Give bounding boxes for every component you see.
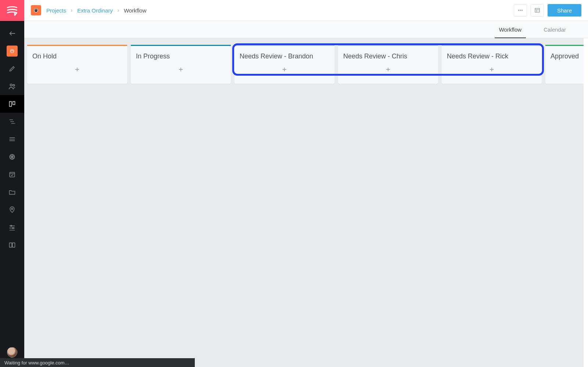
workflow-column[interactable]: On Hold	[27, 45, 127, 84]
column-title: In Progress	[131, 46, 231, 63]
column-title: Needs Review - Rick	[442, 46, 542, 63]
people-icon[interactable]	[0, 78, 24, 95]
breadcrumb-projects[interactable]: Projects	[46, 7, 66, 14]
svg-point-24	[520, 10, 521, 11]
sliders-icon[interactable]	[0, 219, 24, 236]
wheel-icon[interactable]	[0, 148, 24, 166]
svg-point-25	[522, 10, 523, 11]
workflow-column[interactable]: In Progress	[131, 45, 231, 84]
svg-rect-5	[13, 101, 15, 104]
project-square-icon[interactable]	[31, 5, 41, 15]
book-icon[interactable]	[0, 236, 24, 254]
workflow-column[interactable]: Needs Review - Chris	[338, 45, 438, 84]
layout-button[interactable]	[531, 4, 544, 17]
svg-point-16	[11, 208, 13, 209]
project-icon[interactable]	[0, 42, 24, 60]
back-icon[interactable]	[0, 25, 24, 42]
chevron-right-icon	[116, 7, 120, 14]
svg-rect-26	[535, 8, 539, 12]
list-icon[interactable]	[0, 130, 24, 148]
column-title: On Hold	[27, 46, 127, 63]
add-card-button[interactable]	[131, 63, 231, 76]
breadcrumb-project[interactable]: Extra Ordinary	[77, 7, 113, 14]
add-card-button[interactable]	[545, 63, 588, 76]
browser-status-bar: Waiting for www.google.com…	[0, 358, 195, 367]
folder-icon[interactable]	[0, 183, 24, 201]
app-logo[interactable]	[0, 0, 24, 21]
add-card-button[interactable]	[234, 63, 334, 76]
tab-calendar[interactable]: Calendar	[533, 21, 577, 38]
svg-point-2	[10, 84, 12, 86]
workflow-column[interactable]: Needs Review - Brandon	[234, 45, 334, 84]
workflow-column[interactable]: Approved	[545, 45, 588, 84]
left-rail: Made By	[0, 0, 24, 367]
workflow-board: On HoldIn ProgressNeeds Review - Brandon…	[24, 38, 588, 367]
status-text: Waiting for www.google.com…	[4, 360, 69, 366]
chevron-right-icon	[70, 7, 74, 14]
breadcrumb: Projects Extra Ordinary Workflow	[46, 7, 146, 14]
svg-point-23	[519, 10, 519, 11]
more-button[interactable]	[514, 4, 527, 17]
threads-icon[interactable]	[0, 113, 24, 130]
workflow-column[interactable]: Needs Review - Rick	[442, 45, 542, 84]
right-edge	[584, 21, 588, 367]
add-card-button[interactable]	[338, 63, 438, 76]
calendar-icon[interactable]	[0, 166, 24, 183]
column-title: Needs Review - Brandon	[234, 46, 334, 63]
avatar[interactable]	[7, 347, 17, 357]
location-icon[interactable]	[0, 201, 24, 219]
column-title: Needs Review - Chris	[338, 46, 438, 63]
breadcrumb-current: Workflow	[124, 7, 146, 14]
tab-workflow[interactable]: Workflow	[488, 21, 533, 38]
edit-icon[interactable]	[0, 60, 24, 78]
view-tabs: Workflow Calendar	[24, 21, 588, 38]
svg-point-3	[13, 84, 15, 86]
add-card-button[interactable]	[442, 63, 542, 76]
header: Projects Extra Ordinary Workflow Share	[24, 0, 588, 21]
svg-rect-4	[10, 101, 12, 106]
add-card-button[interactable]	[27, 63, 127, 76]
board-icon[interactable]	[0, 95, 24, 113]
column-title: Approved	[545, 46, 588, 63]
svg-rect-14	[10, 172, 14, 177]
share-button[interactable]: Share	[548, 4, 581, 17]
